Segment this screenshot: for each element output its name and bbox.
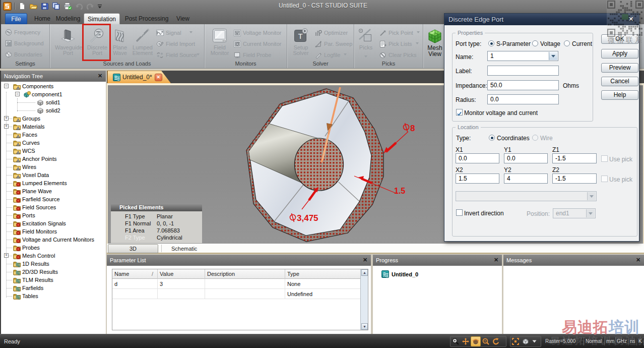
cancel-button[interactable]: Cancel [601, 77, 638, 86]
x2-input[interactable]: 1.5 [456, 173, 499, 184]
tab-file[interactable]: File [5, 13, 27, 24]
undo-icon[interactable] [75, 3, 83, 10]
logfile-dropdown-icon[interactable] [344, 53, 347, 55]
invert-direction-label[interactable]: Invert direction [464, 210, 504, 217]
scroll-down-icon[interactable]: ▼ [361, 323, 368, 330]
position-combo[interactable]: end1 [553, 208, 596, 218]
radio-coordinates[interactable] [489, 135, 495, 141]
save-icon[interactable] [41, 2, 49, 10]
tree-item-2d-3d-results[interactable]: 2D/3D Results [22, 268, 58, 276]
use-pick-2-checkbox[interactable] [601, 176, 608, 182]
radio-wire[interactable] [532, 135, 538, 141]
radio-coordinates-label[interactable]: Coordinates [497, 135, 530, 142]
column-value[interactable]: Value [158, 269, 205, 279]
impedance-input[interactable]: 50.0 [487, 80, 559, 90]
setup-solver-button[interactable]: T Setup Solver [288, 26, 314, 65]
tree-item-materials[interactable]: Materials [22, 123, 45, 131]
zoom-box-icon[interactable] [481, 336, 491, 346]
tree-item-curves[interactable]: Curves [22, 139, 40, 147]
tree-item-wcs[interactable]: WCS [22, 147, 35, 155]
tree-item-excitation-signals[interactable]: Excitation Signals [22, 219, 66, 227]
progress-close-icon[interactable]: ✕ [493, 257, 499, 263]
picks-dropdown-icon[interactable] [364, 55, 367, 57]
fit-view-icon[interactable] [510, 336, 521, 346]
tree-item-faces[interactable]: Faces [22, 131, 37, 139]
boundaries-button[interactable]: Boundaries [5, 50, 42, 59]
par-sweep-button[interactable]: Par. Sweep [315, 40, 352, 48]
tree-item-solid2[interactable]: solid2 [46, 106, 60, 114]
parameter-table-scrollbar[interactable]: ▲ ▼ [360, 269, 368, 330]
pick-lists-dropdown-icon[interactable] [416, 42, 419, 44]
tree-item-tables[interactable]: Tables [22, 292, 38, 300]
field-monitor-button[interactable]: Field Monitor [207, 26, 233, 65]
y1-input[interactable]: 0.0 [504, 153, 548, 163]
pick-point-button[interactable]: Pick Point [379, 29, 413, 37]
tree-item-farfields[interactable]: Farfields [22, 284, 43, 292]
field-import-button[interactable]: Field Import [156, 40, 195, 48]
document-tab-close-icon[interactable]: ✕ [155, 74, 162, 81]
tree-item-ports[interactable]: Ports [22, 211, 35, 219]
tree-item-voxel-data[interactable]: Voxel Data [22, 171, 49, 179]
tree-item-tlm-results[interactable]: TLM Results [22, 276, 53, 284]
tree-item-field-sources[interactable]: Field Sources [22, 203, 56, 211]
column-description[interactable]: Description [205, 269, 285, 279]
scroll-up-icon[interactable]: ▲ [361, 269, 368, 276]
label-input[interactable] [487, 66, 559, 76]
name-combo[interactable]: 1 [487, 51, 558, 61]
monitor-checkbox-label[interactable]: Monitor voltage and current [464, 109, 538, 117]
background-button[interactable]: Background [5, 39, 44, 47]
tree-item-plane-wave[interactable]: Plane Wave [22, 187, 52, 195]
document-tab[interactable]: Untitled_0* ✕ [107, 71, 171, 83]
tab-schematic[interactable]: Schematic [171, 244, 197, 253]
pick-edge-combo[interactable] [456, 191, 597, 201]
tree-item-solid1[interactable]: solid1 [46, 98, 60, 106]
tree-item-lumped-elements[interactable]: Lumped Elements [22, 179, 67, 187]
spin-icon[interactable] [491, 336, 501, 346]
expand-icon[interactable]: + [4, 116, 9, 121]
column-type[interactable]: Type [285, 269, 361, 279]
clear-picks-button[interactable]: Clear Picks [379, 51, 417, 59]
tab-3d[interactable]: 3D [108, 244, 158, 253]
tab-modeling[interactable]: Modeling [53, 13, 83, 24]
tree-item-field-monitors[interactable]: Field Monitors [22, 227, 57, 236]
z1-input[interactable]: -1.5 [552, 153, 597, 163]
x1-input[interactable]: 0.0 [456, 153, 499, 163]
new-file-icon[interactable] [18, 2, 26, 10]
pan-icon[interactable] [461, 336, 471, 346]
invert-direction-checkbox[interactable] [456, 209, 463, 216]
y2-input[interactable]: 4 [504, 173, 548, 184]
field-source-dropdown-icon[interactable] [197, 53, 200, 55]
tree-item-groups[interactable]: Groups [22, 114, 40, 123]
current-monitor-button[interactable]: Current Monitor [234, 40, 281, 48]
signal-dropdown-icon[interactable] [189, 31, 192, 33]
view-dropdown-icon[interactable] [531, 336, 538, 346]
field-probe-button[interactable]: Field Probe [234, 51, 271, 59]
tree-item-voltage-and-current-monitors[interactable]: Voltage and Current Monitors [22, 236, 94, 244]
preview-button[interactable]: Preview [601, 63, 638, 73]
collapse-icon[interactable]: − [15, 92, 20, 96]
use-pick-1-checkbox[interactable] [601, 155, 608, 162]
tab-post-processing[interactable]: Post Processing [122, 13, 171, 24]
z2-input[interactable]: -1.5 [552, 173, 597, 184]
frequency-button[interactable]: Frequency [5, 28, 40, 36]
redo-icon[interactable] [86, 3, 94, 10]
help-button[interactable]: Help [601, 90, 638, 100]
rotate-icon[interactable] [471, 336, 481, 346]
radio-voltage-label[interactable]: Voltage [540, 40, 560, 47]
tree-item-anchor-points[interactable]: Anchor Points [22, 155, 56, 163]
open-folder-icon[interactable] [29, 2, 38, 10]
radio-s-parameter-label[interactable]: S-Parameter [496, 40, 531, 47]
apply-button[interactable]: Apply [601, 49, 638, 59]
tree-item-component1[interactable]: component1 [32, 90, 62, 98]
copy-icon[interactable] [52, 2, 60, 10]
voltage-monitor-button[interactable]: Voltage Monitor [234, 29, 281, 37]
messages-close-icon[interactable]: ✕ [635, 257, 641, 263]
tree-item-wires[interactable]: Wires [22, 163, 36, 171]
collapse-icon[interactable]: − [4, 84, 9, 88]
tab-home[interactable]: Home [31, 13, 53, 24]
column-name[interactable]: Name/ [112, 269, 158, 279]
parameter-list-close-icon[interactable]: ✕ [362, 257, 368, 263]
waveguide-port-button[interactable]: Waveguide Port [55, 26, 81, 65]
tree-item-probes[interactable]: Probes [22, 244, 40, 252]
expand-icon[interactable]: + [4, 124, 9, 129]
